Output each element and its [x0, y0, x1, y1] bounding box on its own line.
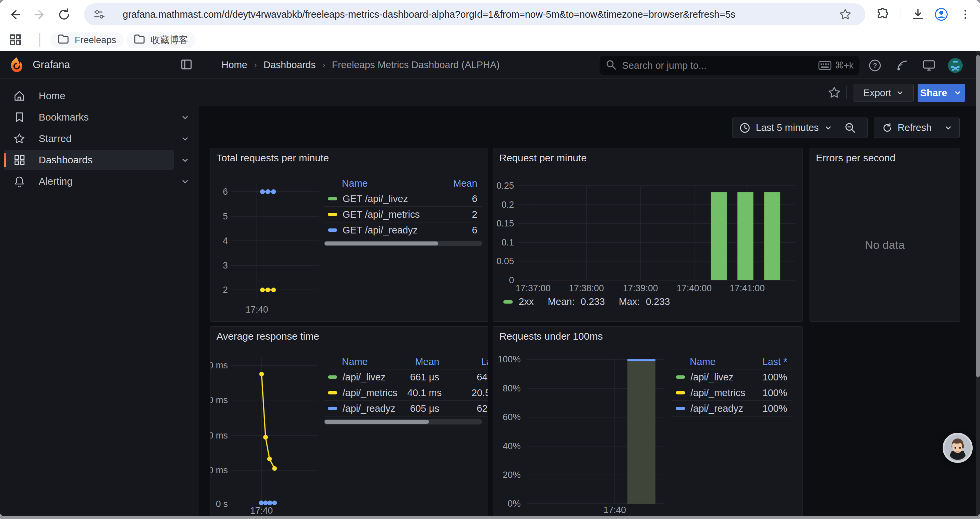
- reload-icon[interactable]: [57, 7, 72, 22]
- extensions-icon[interactable]: [875, 7, 890, 22]
- grafana-user-avatar[interactable]: [947, 57, 963, 73]
- legend-series-name[interactable]: 2xx: [519, 296, 534, 307]
- legend-row[interactable]: GET /api/_livez6: [324, 191, 482, 207]
- legend-series-name[interactable]: /api/_livez: [342, 372, 386, 383]
- search-shortcut: ⌘+k: [818, 60, 854, 71]
- controls-divider: [846, 86, 846, 99]
- svg-text:17:40:00: 17:40:00: [676, 283, 711, 293]
- svg-text:0 s: 0 s: [216, 499, 228, 509]
- refresh-interval-chevron[interactable]: [939, 118, 958, 138]
- time-range-picker[interactable]: Last 5 minutes: [732, 118, 868, 138]
- back-icon[interactable]: [8, 7, 23, 22]
- export-label: Export: [863, 88, 891, 99]
- svg-text:80%: 80%: [503, 383, 521, 393]
- svg-text:0.15: 0.15: [496, 219, 514, 228]
- legend-column-last[interactable]: Last *: [444, 356, 488, 367]
- svg-text:20%: 20%: [503, 470, 521, 480]
- downloads-icon[interactable]: [911, 7, 925, 22]
- search-input[interactable]: Search or jump to... ⌘+k: [599, 56, 860, 75]
- browser-window: grafana.mathmast.com/d/deytv4rwavabkb/fr…: [0, 0, 980, 516]
- monitor-icon[interactable]: [921, 57, 937, 73]
- legend-swatch: [676, 407, 685, 410]
- legend-row[interactable]: /api/_readyz100%: [672, 401, 792, 417]
- page-scrollbar-thumb[interactable]: [976, 55, 980, 377]
- legend-scrollbar[interactable]: [324, 241, 482, 246]
- browser-menu-icon[interactable]: [958, 7, 973, 22]
- legend-series-name[interactable]: /api/_livez: [690, 372, 733, 383]
- profile-icon[interactable]: [934, 7, 949, 22]
- forward-icon[interactable]: [32, 7, 47, 22]
- site-settings-icon[interactable]: [92, 7, 107, 22]
- svg-text:3: 3: [223, 260, 228, 270]
- legend-column-mean[interactable]: Mean: [445, 178, 482, 189]
- legend-column-name[interactable]: Name: [672, 356, 754, 367]
- legend-value: 661 µs: [407, 372, 444, 383]
- svg-text:20 ms: 20 ms: [210, 465, 228, 475]
- chevron-down-icon[interactable]: [181, 177, 189, 186]
- grafana-app: Grafana Home › Dashboards › Freeleaps Me…: [0, 51, 980, 516]
- refresh-button[interactable]: Refresh: [874, 118, 960, 138]
- address-bar[interactable]: grafana.mathmast.com/d/deytv4rwavabkb/fr…: [84, 3, 865, 26]
- time-range-label: Last 5 minutes: [756, 122, 819, 133]
- legend-row[interactable]: /api/_metrics100%: [672, 385, 792, 401]
- search-placeholder: Search or jump to...: [622, 60, 813, 71]
- export-button[interactable]: Export: [854, 84, 914, 102]
- bookmark-folder-freeleaps[interactable]: Freeleaps: [50, 32, 124, 48]
- folder-icon: [134, 33, 145, 48]
- breadcrumb-separator: ›: [254, 60, 257, 70]
- legend-row[interactable]: /api/_readyz605 µs620 µs: [324, 401, 488, 417]
- legend-row[interactable]: GET /api/_metrics2: [324, 207, 482, 222]
- legend-row[interactable]: /api/_metrics40.1 ms20.5 ms: [324, 385, 488, 401]
- share-button[interactable]: Share: [918, 84, 965, 102]
- sidebar-item-label: Alerting: [39, 176, 73, 187]
- page-scrollbar-track[interactable]: [976, 51, 980, 516]
- share-menu-chevron[interactable]: [950, 84, 965, 102]
- news-rss-icon[interactable]: [894, 57, 910, 73]
- favorite-star-icon[interactable]: [827, 86, 841, 99]
- legend-series-name[interactable]: GET /api/_livez: [342, 193, 408, 204]
- grafana-logo[interactable]: [9, 57, 25, 73]
- bar-chart: 0.250.20.150.10.05017:37:0017:38:0017:39…: [493, 148, 803, 322]
- panel-legend[interactable]: 2xx Mean: 0.233 Max: 0.233: [503, 296, 670, 307]
- sidebar-collapse-icon[interactable]: [180, 58, 194, 72]
- sidebar-item-home[interactable]: Home: [4, 86, 174, 105]
- bookmarks-divider: [39, 34, 40, 47]
- legend-row[interactable]: GET /api/_readyz6: [324, 222, 482, 238]
- legend-series-name[interactable]: /api/_metrics: [342, 387, 397, 398]
- legend-scrollbar[interactable]: [324, 419, 482, 425]
- legend-series-name[interactable]: GET /api/_metrics: [342, 209, 420, 220]
- help-icon[interactable]: ?: [867, 57, 883, 73]
- floating-assistant-avatar[interactable]: [943, 433, 973, 463]
- legend-column-last[interactable]: Last *: [754, 356, 792, 367]
- legend-column-mean[interactable]: Mean: [407, 356, 444, 367]
- legend-scrollbar-thumb[interactable]: [325, 241, 438, 246]
- panel-errors-per-second: Errors per second No data: [810, 148, 960, 322]
- legend-series-name[interactable]: /api/_metrics: [690, 387, 745, 398]
- breadcrumb-dashboards[interactable]: Dashboards: [264, 59, 315, 70]
- bookmark-star-icon[interactable]: [838, 7, 853, 22]
- apps-grid-icon[interactable]: [8, 32, 23, 47]
- legend-column-name[interactable]: Name: [324, 356, 407, 367]
- legend-series-name[interactable]: /api/_readyz: [690, 403, 743, 414]
- legend-swatch: [503, 300, 513, 303]
- breadcrumb-home[interactable]: Home: [221, 59, 247, 70]
- legend-series-name[interactable]: GET /api/_readyz: [342, 225, 418, 236]
- active-indicator: [4, 153, 6, 167]
- zoom-out-time-icon[interactable]: [839, 118, 862, 138]
- legend-row[interactable]: /api/_livez661 µs646 µs: [324, 369, 488, 385]
- url-text[interactable]: grafana.mathmast.com/d/deytv4rwavabkb/fr…: [123, 3, 735, 26]
- sidebar-item-alerting[interactable]: Alerting: [4, 172, 174, 191]
- svg-text:60%: 60%: [503, 412, 521, 422]
- legend-scrollbar-thumb[interactable]: [325, 420, 429, 424]
- svg-text:?: ?: [873, 62, 877, 69]
- legend-column-name[interactable]: Name: [324, 178, 445, 189]
- legend-series-name[interactable]: /api/_readyz: [342, 403, 395, 414]
- no-data-message: No data: [810, 238, 960, 251]
- panel-title[interactable]: Errors per second: [816, 152, 895, 164]
- chevron-down-icon[interactable]: [181, 156, 189, 164]
- bookmark-folder-blogs[interactable]: 收藏博客: [126, 32, 196, 48]
- legend-value: 100%: [754, 387, 792, 398]
- legend-row[interactable]: /api/_livez100%: [672, 369, 792, 385]
- sidebar-item-dashboards[interactable]: Dashboards: [4, 150, 174, 170]
- legend-swatch: [328, 228, 337, 232]
